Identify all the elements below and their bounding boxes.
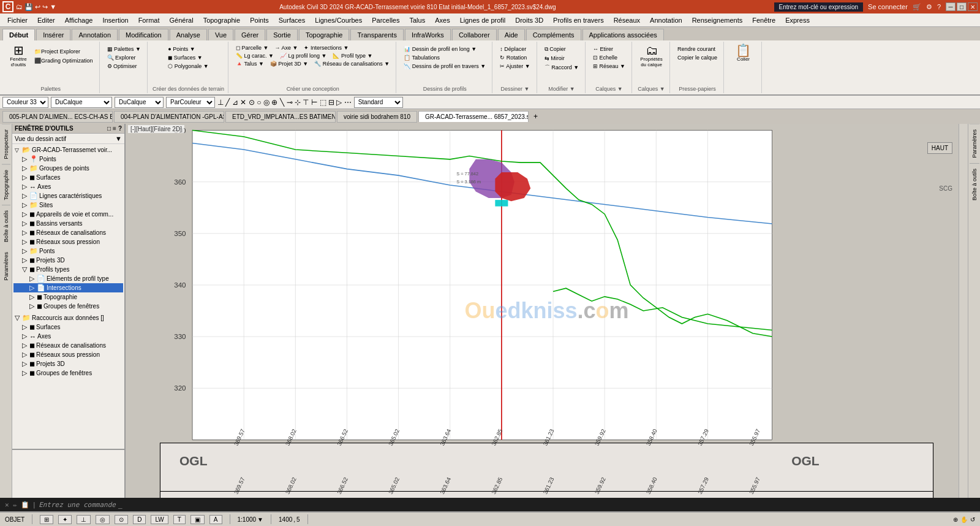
- tree-item-profils-types[interactable]: ▽ ◼ Profils types: [13, 265, 123, 274]
- linetype2-select[interactable]: DuCalque: [115, 97, 164, 108]
- tree-expand-axes[interactable]: ▷: [22, 183, 29, 191]
- tree-item-topographie[interactable]: ▷ ◼ Topographie: [13, 292, 123, 302]
- sel-btn[interactable]: ▣: [190, 515, 205, 524]
- cmdline-icons[interactable]: ✕ ✏ 📋: [5, 501, 30, 509]
- tree-item-projets3d[interactable]: ▷ ◼ Projets 3D: [13, 256, 123, 265]
- ribbon-btn-profil-type[interactable]: 📐 Profil type ▼: [330, 52, 375, 59]
- haut-button[interactable]: HAUT: [927, 142, 952, 154]
- tree-expand-topo[interactable]: ▷: [29, 293, 37, 301]
- ribbon-btn-etirer[interactable]: ↔ Etirer: [590, 45, 628, 53]
- menu-reseaux[interactable]: Réseaux: [609, 15, 645, 25]
- lw-btn[interactable]: LW: [151, 515, 168, 524]
- menu-droits3d[interactable]: Droits 3D: [510, 15, 548, 25]
- ribbon-btn-dessins-travers[interactable]: 📉 Dessins de profil en travers ▼: [401, 63, 488, 70]
- tree-item-surfaces2[interactable]: ▷ ◼ Surfaces: [13, 322, 123, 332]
- ribbon-btn-raccord[interactable]: ⌒ Raccord ▼: [542, 63, 581, 72]
- doc-tab-1[interactable]: 005-PLAN D'ALIMEN... ECS-CH-AS BUILT: [2, 111, 113, 123]
- tree-item-bassins[interactable]: ▷ ◼ Bassins versants: [13, 219, 123, 228]
- menu-topographie[interactable]: Topographie: [198, 15, 246, 25]
- ribbon-btn-intersections[interactable]: ✦ Intersections ▼: [301, 44, 351, 51]
- menu-surfaces[interactable]: Surfaces: [274, 15, 310, 25]
- panel-help-btn[interactable]: ?: [118, 125, 122, 132]
- menu-renseignements[interactable]: Renseignements: [687, 15, 748, 25]
- ribbon-btn-coller[interactable]: 📋 Coller: [731, 43, 756, 63]
- menu-fichier[interactable]: Fichier: [2, 15, 32, 25]
- linetype1-select[interactable]: DuCalque: [51, 97, 112, 108]
- doc-tab-5-active[interactable]: GR-ACAD-Terrasseme... 6857_2023.sv$24* ✕: [418, 111, 529, 122]
- tab-sortie[interactable]: Sortie: [266, 29, 298, 40]
- dyn-btn[interactable]: D: [133, 515, 146, 524]
- tree-expand-rp2[interactable]: ▷: [22, 351, 29, 359]
- tree-expand-lignes[interactable]: ▷: [22, 192, 29, 200]
- menu-fenetre[interactable]: Fenêtre: [747, 15, 780, 25]
- ribbon-btn-ajuster[interactable]: ✂ Ajuster ▼: [497, 63, 532, 70]
- tree-item-reseaux-pression2[interactable]: ▷ ◼ Réseaux sous pression: [13, 350, 123, 359]
- ribbon-btn-optimiser[interactable]: ⚙ Optimiser: [105, 63, 143, 70]
- tree-expand-elements[interactable]: ▷: [29, 275, 37, 283]
- tab-gerer[interactable]: Gérer: [235, 29, 265, 40]
- menu-general[interactable]: Général: [164, 15, 198, 25]
- scale-dropdown[interactable]: ▼: [257, 516, 263, 523]
- tree-item-groupes-fenetres2[interactable]: ▷ ◼ Groupes de fenêtres: [13, 368, 123, 378]
- pan-icon[interactable]: ✋: [960, 516, 968, 523]
- tree-item-reseaux-cana2[interactable]: ▷ ◼ Réseaux de canalisations: [13, 341, 123, 350]
- ribbon-btn-copier[interactable]: ⧉ Copier: [542, 45, 581, 53]
- ribbon-btn-grading[interactable]: ⬛ Grading Optimization: [32, 56, 96, 65]
- zoom-icon[interactable]: ⊕: [953, 516, 958, 523]
- ribbon-btn-reseau-cana[interactable]: 🔧 Réseau de canalisations ▼: [312, 60, 392, 67]
- tree-item-intersections[interactable]: ▷ 📄 Intersections: [13, 283, 123, 292]
- tab-applications[interactable]: Applications associées: [582, 29, 664, 40]
- vertical-scrollbar[interactable]: [959, 124, 968, 498]
- tab-vue[interactable]: Vue: [208, 29, 233, 40]
- close-button[interactable]: ✕: [968, 2, 978, 11]
- grid-btn[interactable]: ⊞: [40, 515, 53, 524]
- menu-lignes-courbes[interactable]: Lignes/Courbes: [310, 15, 367, 25]
- annot-btn[interactable]: A: [209, 515, 222, 524]
- ribbon-btn-surfaces[interactable]: ◼ Surfaces ▼: [165, 54, 211, 61]
- ribbon-btn-axe[interactable]: → Axe ▼: [273, 44, 301, 51]
- ribbon-btn-tabulations[interactable]: 📋 Tabulations: [401, 54, 488, 61]
- tree-expand-points[interactable]: ▷: [22, 155, 29, 163]
- ortho-btn[interactable]: ⊥: [77, 515, 91, 524]
- doc-tab-3[interactable]: ETD_VRD_IMPLANTA...ES BATIMENT_002*: [225, 111, 336, 123]
- color-select[interactable]: Couleur 33: [2, 97, 48, 108]
- polar-btn[interactable]: ◎: [96, 515, 110, 524]
- viewport[interactable]: [-][Haut][Filaire 2D] HAUT SCG: [126, 124, 968, 498]
- prospecteur-tab[interactable]: Prospecteur: [2, 124, 10, 164]
- tree-expand-groupes-fen[interactable]: ▷: [29, 302, 37, 310]
- tree-expand-raccourcis[interactable]: ▽: [15, 314, 22, 322]
- tree-item-surfaces[interactable]: ▷ ◼ Surfaces: [13, 173, 123, 182]
- tab-inserer[interactable]: Insérer: [36, 29, 70, 40]
- tree-root[interactable]: ▽ 📂 GR-ACAD-Terrassemet voir...: [13, 145, 123, 154]
- topographie-tab[interactable]: Topographie: [2, 164, 10, 205]
- tab-analyse[interactable]: Analyse: [170, 29, 207, 40]
- tab-collaborer[interactable]: Collaborer: [452, 29, 497, 40]
- ribbon-btn-fenetre-outils[interactable]: ⊞ Fenêtred'outils: [6, 43, 31, 69]
- view-dropdown-icon[interactable]: ▼: [115, 135, 122, 142]
- tree-item-raccourcis[interactable]: ▽ 📁 Raccourcis aux données []: [13, 313, 123, 322]
- tree-expand-surfaces2[interactable]: ▷: [22, 323, 29, 331]
- tree-expand-gf2[interactable]: ▷: [22, 369, 29, 377]
- tree-expand-p3d2[interactable]: ▷: [22, 360, 29, 368]
- menu-annotation[interactable]: Annotation: [645, 15, 687, 25]
- maximize-button[interactable]: □: [957, 2, 967, 11]
- panel-menu-btn[interactable]: ≡: [113, 125, 116, 132]
- ribbon-btn-explorer[interactable]: 🔍 Explorer: [105, 54, 143, 61]
- tree-item-ponts[interactable]: ▷ 📁 Ponts: [13, 246, 123, 256]
- help-icon[interactable]: ?: [937, 3, 941, 10]
- ribbon-btn-palettes[interactable]: ▦ Palettes ▼: [105, 45, 143, 53]
- ribbon-btn-talus[interactable]: 🔺 Talus ▼: [233, 60, 266, 67]
- tree-expand-root[interactable]: ▽: [15, 147, 22, 153]
- tree-item-reseaux-pression[interactable]: ▷ ◼ Réseaux sous pression: [13, 237, 123, 246]
- menu-lignes-profil[interactable]: Lignes de profil: [455, 15, 511, 25]
- menu-axes[interactable]: Axes: [430, 15, 454, 25]
- cmdline-text[interactable]: Entrez une commande: [39, 501, 116, 509]
- tree-expand-reseaux-cana[interactable]: ▷: [22, 229, 29, 237]
- ribbon-btn-dessin-profil[interactable]: 📊 Dessin de profil en long ▼: [401, 45, 488, 53]
- tab-modification[interactable]: Modification: [119, 29, 168, 40]
- tab-topographie[interactable]: Topographie: [299, 29, 350, 40]
- ribbon-btn-echelle[interactable]: ⊡ Echelle: [590, 54, 628, 61]
- tree-expand-profils[interactable]: ▽: [22, 265, 29, 273]
- ribbon-btn-polygonale[interactable]: ⬡ Polygonale ▼: [165, 63, 211, 70]
- menu-points[interactable]: Points: [245, 15, 274, 25]
